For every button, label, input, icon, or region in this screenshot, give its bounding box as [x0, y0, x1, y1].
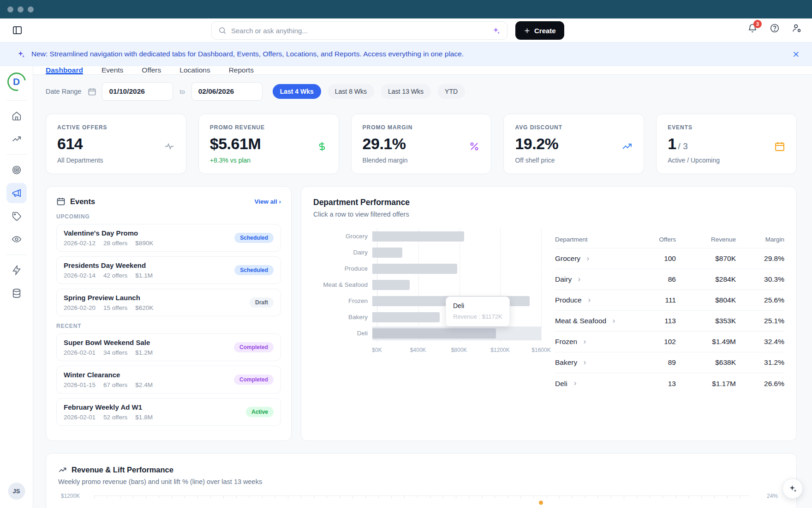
- preset-last-8-wks[interactable]: Last 8 Wks: [328, 84, 374, 99]
- sidebar-item-tags[interactable]: [6, 206, 27, 226]
- calendar-icon: [56, 197, 66, 206]
- events-panel: Events View all › UPCOMINGValentine's Da…: [46, 186, 292, 441]
- department-table-row[interactable]: Deli13$1.17M26.6%: [555, 373, 784, 394]
- notifications-button[interactable]: 3: [747, 23, 758, 33]
- preset-last-13-wks[interactable]: Last 13 Wks: [381, 84, 431, 99]
- chart-bar-row[interactable]: Produce: [313, 260, 544, 277]
- department-table-row[interactable]: Bakery89$638K31.2%: [555, 352, 784, 373]
- ai-search-button[interactable]: [492, 26, 501, 35]
- department-name-cell: Produce: [555, 296, 625, 304]
- kpi-value: 29.1%: [363, 135, 480, 153]
- user-settings-button[interactable]: [792, 23, 802, 33]
- preset-last-4-wks[interactable]: Last 4 Wks: [273, 84, 321, 99]
- event-list-item[interactable]: February Weekly Ad W12026-02-0152 offers…: [56, 398, 281, 426]
- window-control-maximize[interactable]: [28, 6, 34, 12]
- tab-dashboard[interactable]: Dashboard: [46, 66, 83, 74]
- ai-assistant-button[interactable]: [782, 478, 803, 499]
- event-list-item[interactable]: Winter Clearance2026-01-1567 offers$2.4M…: [56, 366, 281, 393]
- tab-reports[interactable]: Reports: [229, 66, 254, 74]
- sidebar-item-promotions[interactable]: [6, 183, 27, 203]
- department-bar-chart: GroceryDairyProduceMeat & SeafoodFrozenB…: [313, 228, 544, 394]
- chart-category-label: Dairy: [313, 249, 372, 256]
- chevron-right-icon: [582, 339, 588, 345]
- chevron-right-icon: [586, 297, 592, 303]
- tag-icon: [12, 211, 22, 221]
- event-list-item[interactable]: Valentine's Day Promo2026-02-1228 offers…: [56, 224, 281, 252]
- view-all-events-link[interactable]: View all ›: [254, 198, 281, 205]
- department-name-cell: Deli: [555, 380, 625, 388]
- event-list-item[interactable]: Presidents Day Weekend2026-02-1442 offer…: [56, 256, 281, 284]
- event-list-item[interactable]: Spring Preview Launch2026-02-2015 offers…: [56, 289, 281, 316]
- sidebar-item-home[interactable]: [6, 106, 27, 126]
- event-meta: 2026-02-0134 offers$1.2M: [64, 349, 234, 356]
- table-header-row: DepartmentOffersRevenueMargin: [555, 231, 784, 248]
- event-offers-count: 52 offers: [103, 414, 127, 421]
- chart-bar-row[interactable]: Deli: [313, 325, 544, 341]
- user-avatar[interactable]: JS: [8, 483, 25, 500]
- banner-close-button[interactable]: [792, 50, 800, 58]
- status-badge: Completed: [234, 342, 274, 352]
- sidebar-item-watchlist[interactable]: [6, 229, 27, 249]
- chevron-right-icon: [582, 360, 588, 366]
- window-control-minimize[interactable]: [18, 6, 24, 12]
- offers-cell: 113: [625, 317, 676, 325]
- sidebar-item-data[interactable]: [6, 283, 27, 303]
- department-table-row[interactable]: Grocery100$870K29.8%: [555, 248, 784, 269]
- tab-events[interactable]: Events: [102, 66, 123, 74]
- department-name-cell: Grocery: [555, 254, 625, 263]
- date-to-input[interactable]: [191, 82, 263, 101]
- sidebar-toggle-button[interactable]: [12, 25, 23, 36]
- create-button[interactable]: Create: [515, 21, 564, 40]
- app-logo[interactable]: D: [4, 69, 30, 95]
- window-control-close[interactable]: [7, 6, 13, 12]
- help-button[interactable]: [770, 23, 780, 33]
- event-list-item[interactable]: Super Bowl Weekend Sale2026-02-0134 offe…: [56, 333, 281, 361]
- events-panel-title: Events: [70, 197, 250, 206]
- chart-bar[interactable]: [372, 312, 440, 322]
- chart-bar-row[interactable]: Grocery: [313, 228, 544, 244]
- status-badge: Completed: [234, 375, 274, 385]
- kpi-active-offers: ACTIVE OFFERS 614 All Departments: [46, 114, 186, 174]
- x-axis-tick: $1200K: [490, 347, 509, 353]
- status-badge: Scheduled: [234, 265, 274, 275]
- department-name: Grocery: [555, 254, 580, 263]
- department-name: Dairy: [555, 275, 572, 284]
- chart-bar[interactable]: [372, 231, 464, 242]
- chart-bar[interactable]: [372, 248, 402, 258]
- tab-locations[interactable]: Locations: [179, 66, 210, 74]
- department-table-row[interactable]: Frozen102$1.49M32.4%: [555, 332, 784, 352]
- department-table-row[interactable]: Produce111$804K25.6%: [555, 290, 784, 311]
- department-table-row[interactable]: Dairy86$284K30.3%: [555, 269, 784, 290]
- chart-bar[interactable]: [372, 328, 496, 339]
- date-from-input[interactable]: [102, 82, 173, 101]
- event-amount: $890K: [135, 240, 153, 247]
- revenue-chart: $1200K 24%: [58, 496, 784, 508]
- event-offers-count: 28 offers: [103, 240, 127, 247]
- tab-offers[interactable]: Offers: [142, 66, 161, 74]
- dollar-icon: [316, 141, 328, 152]
- search-input[interactable]: [231, 27, 487, 35]
- sidebar-item-automation[interactable]: [6, 260, 27, 280]
- sidebar-item-targets[interactable]: [6, 160, 27, 180]
- chart-bar-row[interactable]: Meat & Seafood: [313, 277, 544, 293]
- panel-title: Department Performance: [313, 198, 784, 207]
- department-name-cell: Frozen: [555, 338, 625, 346]
- chart-category-label: Bakery: [313, 314, 372, 321]
- department-name-cell: Meat & Seafood: [555, 317, 625, 325]
- chart-bar[interactable]: [372, 280, 410, 290]
- kpi-value: 1/ 3: [668, 135, 785, 153]
- preset-ytd[interactable]: YTD: [437, 84, 465, 99]
- event-amount: $1.8M: [135, 414, 153, 421]
- y-axis-tick-right: 24%: [767, 493, 778, 499]
- chart-bar[interactable]: [372, 264, 457, 274]
- sidebar-item-trends[interactable]: [6, 129, 27, 149]
- offers-cell: 100: [625, 254, 676, 263]
- chart-bar-row[interactable]: Dairy: [313, 244, 544, 260]
- department-table-row[interactable]: Meat & Seafood113$353K25.1%: [555, 311, 784, 332]
- event-offers-count: 67 offers: [103, 381, 127, 388]
- app-header: Create 3: [0, 18, 812, 42]
- notification-count-badge: 3: [753, 20, 762, 28]
- sparkles-icon: [492, 26, 501, 35]
- department-name-cell: Bakery: [555, 358, 625, 367]
- event-meta: 2026-02-1442 offers$1.1M: [64, 272, 234, 279]
